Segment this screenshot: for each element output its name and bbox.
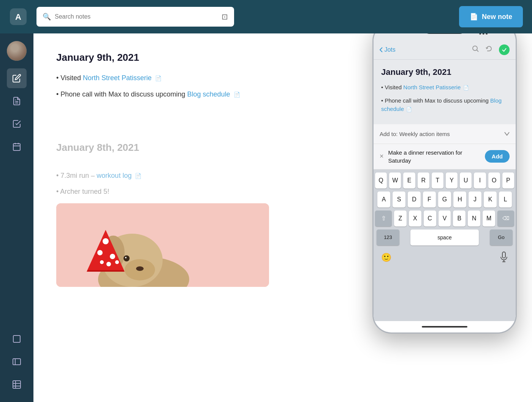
key-N[interactable]: N bbox=[468, 210, 480, 226]
sidebar-item-pencil[interactable] bbox=[7, 68, 27, 88]
note-link-icon-3: 📄 bbox=[135, 173, 141, 179]
key-go[interactable]: Go bbox=[490, 229, 513, 245]
key-Z[interactable]: Z bbox=[394, 210, 407, 226]
workout-log-link[interactable]: workout log bbox=[97, 172, 131, 179]
phone-nav-icons bbox=[472, 44, 510, 55]
key-X[interactable]: X bbox=[409, 210, 421, 226]
keyboard-row-2: A S D F G H J K L bbox=[375, 192, 514, 207]
phone-note-content: January 9th, 2021 • Visited North Street… bbox=[374, 60, 516, 124]
phone-save-icon[interactable] bbox=[499, 44, 510, 55]
key-U[interactable]: U bbox=[460, 173, 472, 188]
key-M[interactable]: M bbox=[483, 210, 495, 226]
keyboard-bottom-row: 🙂 bbox=[375, 248, 514, 267]
phone-note-date: January 9th, 2021 bbox=[381, 67, 508, 77]
sidebar-item-sidebar[interactable] bbox=[7, 352, 27, 372]
phone-mockup: 9:41 ▌▌▌ Jots bbox=[372, 33, 517, 334]
key-D[interactable]: D bbox=[408, 192, 421, 207]
svg-point-34 bbox=[473, 46, 477, 51]
svg-point-25 bbox=[97, 250, 103, 255]
key-P[interactable]: P bbox=[502, 173, 514, 188]
phone-add-to-bar[interactable]: Add to: Weekly action items bbox=[374, 124, 516, 144]
key-Y[interactable]: Y bbox=[446, 173, 458, 188]
phone-note-item-1: • Visited North Street Patisserie 📄 bbox=[381, 83, 508, 92]
phone-add-button[interactable]: Add bbox=[485, 150, 510, 163]
phone-back-button[interactable]: Jots bbox=[380, 46, 396, 53]
svg-point-22 bbox=[136, 266, 144, 271]
phone-blog-schedule-link[interactable]: Blog schedule bbox=[381, 97, 502, 112]
svg-point-21 bbox=[125, 257, 127, 258]
phone-clear-button[interactable]: × bbox=[380, 152, 384, 160]
sidebar-item-calendar[interactable] bbox=[7, 137, 27, 157]
phone-nav-bar: Jots bbox=[374, 40, 516, 60]
keyboard-row-3: ⇧ Z X C V B N M ⌫ bbox=[375, 210, 514, 226]
phone-input-text[interactable]: Make a dinner reservation for Saturday bbox=[388, 149, 480, 165]
wifi-icon bbox=[491, 33, 497, 35]
new-note-label: New note bbox=[482, 13, 512, 21]
key-J[interactable]: J bbox=[469, 192, 481, 207]
svg-rect-4 bbox=[13, 144, 20, 150]
keyboard-row-1: Q W E R T Y U I O P bbox=[375, 173, 514, 188]
sidebar-item-checklist[interactable] bbox=[7, 114, 27, 134]
sidebar-bottom bbox=[7, 329, 27, 394]
scan-icon[interactable]: ⊡ bbox=[222, 12, 228, 21]
phone-add-to-label: Add to: Weekly action items bbox=[380, 131, 450, 137]
avatar[interactable] bbox=[7, 41, 27, 61]
key-B[interactable]: B bbox=[453, 210, 466, 226]
svg-rect-36 bbox=[502, 252, 505, 258]
svg-text:A: A bbox=[15, 12, 21, 22]
key-T[interactable]: T bbox=[432, 173, 443, 188]
key-G[interactable]: G bbox=[438, 192, 451, 207]
phone-north-street-link[interactable]: North Street Patisserie bbox=[403, 84, 461, 90]
sidebar-item-grid[interactable] bbox=[7, 375, 27, 394]
svg-point-26 bbox=[110, 254, 115, 259]
header: A 🔍 ⊡ 📄 New note bbox=[0, 0, 532, 33]
note-link-icon-1: 📄 bbox=[155, 75, 162, 81]
phone-link-icon-2: 📄 bbox=[405, 107, 412, 112]
blog-schedule-link[interactable]: Blog schedule bbox=[187, 90, 230, 98]
phone-time: 9:41 bbox=[381, 33, 392, 35]
key-H[interactable]: H bbox=[453, 192, 466, 207]
phone-screen: 9:41 ▌▌▌ Jots bbox=[374, 33, 516, 332]
key-K[interactable]: K bbox=[484, 192, 497, 207]
phone-input-area: × Make a dinner reservation for Saturday… bbox=[374, 144, 516, 169]
keyboard-row-4: 123 space Go bbox=[375, 229, 514, 245]
key-A[interactable]: A bbox=[377, 192, 390, 207]
app-logo: A bbox=[9, 8, 27, 26]
new-note-button[interactable]: 📄 New note bbox=[459, 6, 523, 27]
key-R[interactable]: R bbox=[418, 173, 429, 188]
key-I[interactable]: I bbox=[474, 173, 486, 188]
key-V[interactable]: V bbox=[439, 210, 451, 226]
key-C[interactable]: C bbox=[424, 210, 436, 226]
sidebar-item-square[interactable] bbox=[7, 329, 27, 349]
new-note-icon: 📄 bbox=[470, 13, 478, 21]
svg-point-29 bbox=[115, 260, 119, 264]
key-delete[interactable]: ⌫ bbox=[497, 210, 514, 226]
key-W[interactable]: W bbox=[389, 173, 401, 188]
key-E[interactable]: E bbox=[403, 173, 415, 188]
key-Q[interactable]: Q bbox=[375, 173, 387, 188]
north-street-link[interactable]: North Street Patisserie bbox=[83, 74, 152, 82]
sidebar-item-document[interactable] bbox=[7, 91, 27, 111]
key-F[interactable]: F bbox=[423, 192, 436, 207]
microphone-icon[interactable] bbox=[498, 250, 510, 266]
key-O[interactable]: O bbox=[488, 173, 500, 188]
key-L[interactable]: L bbox=[499, 192, 512, 207]
search-bar[interactable]: 🔍 ⊡ bbox=[36, 7, 234, 27]
svg-rect-11 bbox=[13, 381, 21, 388]
emoji-button[interactable]: 🙂 bbox=[380, 251, 393, 264]
phone-search-icon[interactable] bbox=[472, 45, 479, 54]
battery-icon bbox=[500, 33, 508, 35]
sidebar bbox=[0, 33, 33, 402]
phone-undo-icon[interactable] bbox=[485, 45, 493, 54]
search-input[interactable] bbox=[55, 13, 218, 20]
phone-keyboard: Q W E R T Y U I O P A S bbox=[374, 169, 516, 321]
key-S[interactable]: S bbox=[393, 192, 405, 207]
phone-status-icons: ▌▌▌ bbox=[479, 33, 508, 35]
key-space[interactable]: space bbox=[410, 229, 479, 245]
key-shift[interactable]: ⇧ bbox=[375, 210, 392, 226]
home-bar bbox=[422, 326, 467, 328]
phone-nav-back-label: Jots bbox=[384, 46, 395, 53]
avatar-image bbox=[7, 41, 27, 61]
key-num[interactable]: 123 bbox=[377, 229, 399, 245]
signal-icon: ▌▌▌ bbox=[479, 33, 489, 34]
